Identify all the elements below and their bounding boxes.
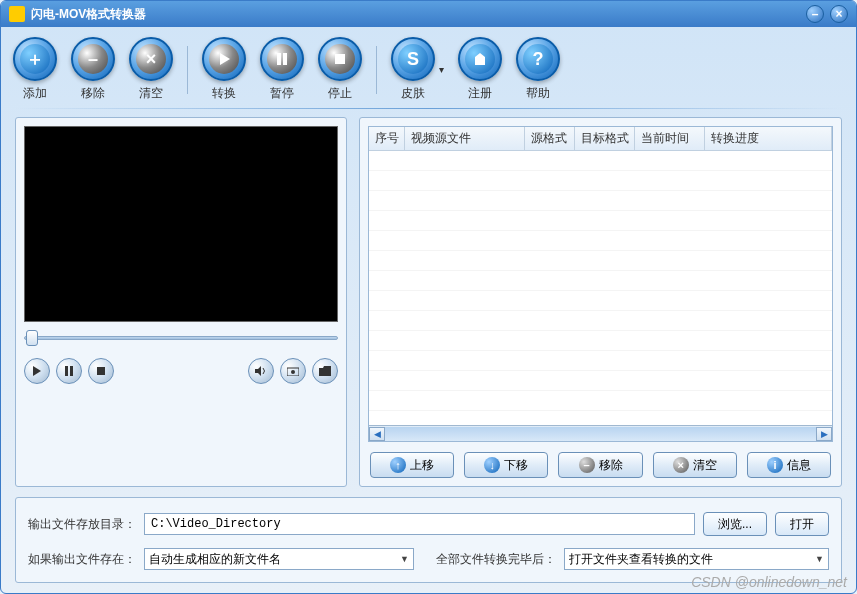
move-up-button[interactable]: ↑上移 — [370, 452, 454, 478]
content-area: 序号 视频源文件 源格式 目标格式 当前时间 转换进度 ◀ ▶ ↑上移 ↓下移 … — [1, 117, 856, 497]
x-icon: × — [673, 457, 689, 473]
main-toolbar: ＋ 添加 – 移除 × 清空 转换 暂停 停止 S 皮肤 ▾ — [1, 27, 856, 108]
slider-track — [24, 336, 338, 340]
preview-panel — [15, 117, 347, 487]
register-button[interactable]: 注册 — [458, 37, 502, 102]
titlebar[interactable]: 闪电-MOV格式转换器 – × — [1, 1, 856, 27]
minimize-button[interactable]: – — [806, 5, 824, 23]
convert-label: 转换 — [212, 85, 236, 102]
list-clear-button[interactable]: ×清空 — [653, 452, 737, 478]
app-icon — [9, 6, 25, 22]
stop-label: 停止 — [328, 85, 352, 102]
pause-label: 暂停 — [270, 85, 294, 102]
info-button[interactable]: i信息 — [747, 452, 831, 478]
convert-button[interactable]: 转换 — [202, 37, 246, 102]
open-button[interactable]: 打开 — [775, 512, 829, 536]
up-icon: ↑ — [390, 457, 406, 473]
list-actions: ↑上移 ↓下移 –移除 ×清空 i信息 — [368, 452, 833, 478]
volume-icon[interactable] — [248, 358, 274, 384]
table-header: 序号 视频源文件 源格式 目标格式 当前时间 转换进度 — [369, 127, 832, 151]
minus-icon: – — [579, 457, 595, 473]
help-label: 帮助 — [526, 85, 550, 102]
svg-marker-0 — [220, 53, 230, 65]
close-button[interactable]: × — [830, 5, 848, 23]
watermark: CSDN @onlinedown_net — [691, 574, 847, 590]
folder-icon[interactable] — [312, 358, 338, 384]
snapshot-icon[interactable] — [280, 358, 306, 384]
col-dstfmt[interactable]: 目标格式 — [575, 127, 635, 150]
skin-dropdown-icon[interactable]: ▾ — [439, 64, 444, 75]
remove-label: 移除 — [81, 85, 105, 102]
scroll-track[interactable] — [385, 427, 816, 441]
browse-button[interactable]: 浏览... — [703, 512, 767, 536]
after-select[interactable]: 打开文件夹查看转换的文件 ▼ — [564, 548, 829, 570]
divider — [15, 108, 842, 109]
scroll-right-icon[interactable]: ▶ — [816, 427, 832, 441]
file-table: 序号 视频源文件 源格式 目标格式 当前时间 转换进度 ◀ ▶ — [368, 126, 833, 442]
horizontal-scrollbar[interactable]: ◀ ▶ — [369, 425, 832, 441]
playback-controls — [24, 358, 338, 384]
seek-slider[interactable] — [24, 330, 338, 346]
pause-button[interactable]: 暂停 — [260, 37, 304, 102]
skin-button[interactable]: S 皮肤 — [391, 37, 435, 102]
col-srcfmt[interactable]: 源格式 — [525, 127, 575, 150]
skin-label: 皮肤 — [401, 85, 425, 102]
list-remove-button[interactable]: –移除 — [558, 452, 642, 478]
separator — [376, 46, 377, 94]
help-button[interactable]: ? 帮助 — [516, 37, 560, 102]
app-window: 闪电-MOV格式转换器 – × ＋ 添加 – 移除 × 清空 转换 暂停 停止 — [0, 0, 857, 594]
svg-point-10 — [291, 370, 295, 374]
app-title: 闪电-MOV格式转换器 — [31, 6, 800, 23]
info-icon: i — [767, 457, 783, 473]
svg-rect-7 — [97, 367, 105, 375]
svg-rect-3 — [335, 54, 345, 64]
chevron-down-icon: ▼ — [815, 554, 824, 564]
down-icon: ↓ — [484, 457, 500, 473]
scroll-left-icon[interactable]: ◀ — [369, 427, 385, 441]
svg-rect-6 — [70, 366, 73, 376]
svg-rect-2 — [283, 53, 287, 65]
slider-thumb[interactable] — [26, 330, 38, 346]
col-curtime[interactable]: 当前时间 — [635, 127, 705, 150]
stop-button[interactable]: 停止 — [318, 37, 362, 102]
col-progress[interactable]: 转换进度 — [705, 127, 832, 150]
clear-button[interactable]: × 清空 — [129, 37, 173, 102]
clear-label: 清空 — [139, 85, 163, 102]
add-button[interactable]: ＋ 添加 — [13, 37, 57, 102]
file-list-panel: 序号 视频源文件 源格式 目标格式 当前时间 转换进度 ◀ ▶ ↑上移 ↓下移 … — [359, 117, 842, 487]
output-settings-panel: 输出文件存放目录： 浏览... 打开 如果输出文件存在： 自动生成相应的新文件名… — [15, 497, 842, 583]
pause-icon[interactable] — [56, 358, 82, 384]
table-body[interactable] — [369, 151, 832, 425]
svg-rect-1 — [277, 53, 281, 65]
svg-rect-5 — [65, 366, 68, 376]
svg-marker-4 — [33, 366, 41, 376]
exists-label: 如果输出文件存在： — [28, 551, 136, 568]
add-label: 添加 — [23, 85, 47, 102]
video-preview — [24, 126, 338, 322]
register-label: 注册 — [468, 85, 492, 102]
chevron-down-icon: ▼ — [400, 554, 409, 564]
col-source[interactable]: 视频源文件 — [405, 127, 525, 150]
separator — [187, 46, 188, 94]
play-icon[interactable] — [24, 358, 50, 384]
stop-icon[interactable] — [88, 358, 114, 384]
col-index[interactable]: 序号 — [369, 127, 405, 150]
exists-select[interactable]: 自动生成相应的新文件名 ▼ — [144, 548, 414, 570]
outdir-label: 输出文件存放目录： — [28, 516, 136, 533]
outdir-input[interactable] — [144, 513, 695, 535]
svg-marker-8 — [255, 366, 261, 376]
after-label: 全部文件转换完毕后： — [436, 551, 556, 568]
move-down-button[interactable]: ↓下移 — [464, 452, 548, 478]
remove-button[interactable]: – 移除 — [71, 37, 115, 102]
